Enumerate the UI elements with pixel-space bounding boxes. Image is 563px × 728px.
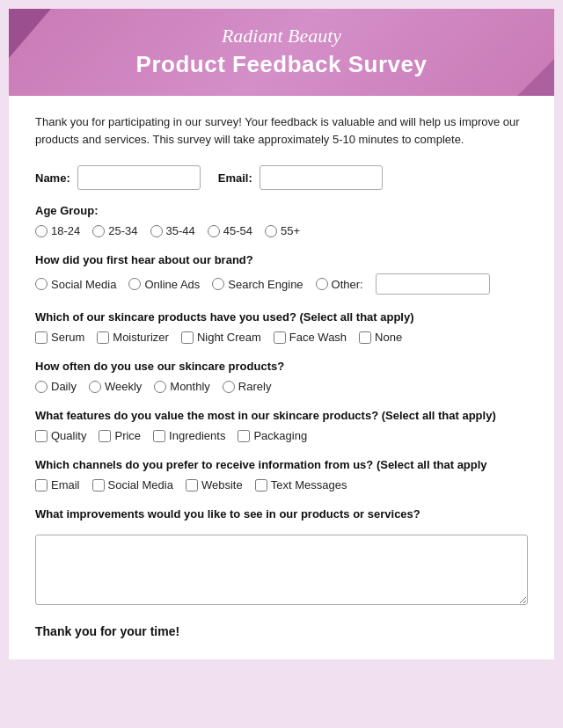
products-used-section: Which of our skincare products have you … bbox=[35, 310, 528, 344]
freq-weekly[interactable]: Weekly bbox=[89, 380, 142, 393]
channel-website-label: Website bbox=[201, 478, 243, 491]
product-moisturizer-label: Moisturizer bbox=[113, 331, 169, 344]
freq-monthly-label: Monthly bbox=[170, 380, 210, 393]
freq-monthly-radio[interactable] bbox=[154, 381, 166, 393]
age-55-plus-label: 55+ bbox=[281, 224, 300, 237]
age-45-54-label: 45-54 bbox=[223, 224, 252, 237]
discovery-online-ads[interactable]: Online Ads bbox=[128, 278, 200, 291]
valued-features-section: What features do you value the most in o… bbox=[35, 409, 528, 442]
product-serum-label: Serum bbox=[51, 331, 84, 344]
email-label: Email: bbox=[218, 171, 252, 185]
email-group: Email: bbox=[218, 165, 383, 190]
product-face-wash-label: Face Wash bbox=[289, 331, 347, 344]
discovery-other-input[interactable] bbox=[376, 273, 490, 295]
channel-social-media-label: Social Media bbox=[108, 478, 173, 491]
age-18-24-label: 18-24 bbox=[51, 224, 80, 237]
usage-frequency-options: Daily Weekly Monthly Rarely bbox=[35, 380, 528, 393]
product-night-cream[interactable]: Night Cream bbox=[181, 331, 261, 344]
channel-website[interactable]: Website bbox=[186, 478, 243, 491]
email-input[interactable] bbox=[260, 165, 383, 190]
feature-quality-checkbox[interactable] bbox=[35, 430, 48, 442]
improvements-textarea[interactable] bbox=[35, 535, 528, 605]
product-moisturizer-checkbox[interactable] bbox=[97, 331, 109, 344]
channel-website-checkbox[interactable] bbox=[186, 479, 198, 491]
discovery-social-media-radio[interactable] bbox=[35, 278, 48, 290]
discovery-social-media[interactable]: Social Media bbox=[35, 278, 116, 291]
intro-text: Thank you for participating in our surve… bbox=[35, 113, 528, 148]
product-none[interactable]: None bbox=[359, 331, 402, 344]
channel-social-media-checkbox[interactable] bbox=[92, 479, 105, 491]
feature-ingredients[interactable]: Ingredients bbox=[153, 429, 225, 442]
discovery-other[interactable]: Other: bbox=[316, 278, 363, 291]
valued-features-options: Quality Price Ingredients Packaging bbox=[35, 429, 528, 442]
form-body: Thank you for participating in our surve… bbox=[9, 96, 554, 659]
brand-discovery-section: How did you first hear about our brand? … bbox=[35, 253, 528, 295]
valued-features-title: What features do you value the most in o… bbox=[35, 409, 528, 422]
age-55-plus-radio[interactable] bbox=[265, 225, 277, 237]
product-night-cream-checkbox[interactable] bbox=[181, 331, 194, 344]
age-18-24-radio[interactable] bbox=[35, 225, 48, 237]
preferred-channels-options: Email Social Media Website Text Messages bbox=[35, 478, 528, 491]
channel-email[interactable]: Email bbox=[35, 478, 80, 491]
name-label: Name: bbox=[35, 171, 70, 185]
improvements-section: What improvements would you like to see … bbox=[35, 507, 528, 608]
feature-quality-label: Quality bbox=[51, 429, 86, 442]
brand-discovery-options: Social Media Online Ads Search Engine Ot… bbox=[35, 273, 528, 295]
usage-frequency-title: How often do you use our skincare produc… bbox=[35, 360, 528, 373]
channel-text-messages-checkbox[interactable] bbox=[255, 479, 267, 491]
product-face-wash-checkbox[interactable] bbox=[274, 331, 286, 344]
age-25-34[interactable]: 25-34 bbox=[92, 224, 137, 237]
freq-rarely[interactable]: Rarely bbox=[223, 380, 272, 393]
channel-social-media[interactable]: Social Media bbox=[92, 478, 173, 491]
brand-name: Radiant Beauty bbox=[26, 25, 537, 47]
channel-text-messages-label: Text Messages bbox=[271, 478, 347, 491]
name-input[interactable] bbox=[77, 165, 201, 190]
discovery-other-label: Other: bbox=[332, 278, 363, 291]
discovery-online-ads-radio[interactable] bbox=[128, 278, 141, 290]
survey-title: Product Feedback Survey bbox=[26, 51, 537, 78]
product-none-checkbox[interactable] bbox=[359, 331, 371, 344]
product-serum-checkbox[interactable] bbox=[35, 331, 48, 344]
discovery-search-engine[interactable]: Search Engine bbox=[212, 278, 303, 291]
brand-discovery-title: How did you first hear about our brand? bbox=[35, 253, 528, 266]
age-35-44-radio[interactable] bbox=[150, 225, 163, 237]
survey-page: Radiant Beauty Product Feedback Survey T… bbox=[9, 9, 554, 659]
feature-ingredients-label: Ingredients bbox=[169, 429, 225, 442]
freq-daily-radio[interactable] bbox=[35, 381, 48, 393]
channel-text-messages[interactable]: Text Messages bbox=[255, 478, 347, 491]
age-group-options: 18-24 25-34 35-44 45-54 55+ bbox=[35, 224, 528, 237]
freq-weekly-radio[interactable] bbox=[89, 381, 101, 393]
age-45-54-radio[interactable] bbox=[208, 225, 220, 237]
freq-monthly[interactable]: Monthly bbox=[154, 380, 210, 393]
age-55-plus[interactable]: 55+ bbox=[265, 224, 300, 237]
freq-rarely-label: Rarely bbox=[238, 380, 272, 393]
feature-quality[interactable]: Quality bbox=[35, 429, 86, 442]
feature-price[interactable]: Price bbox=[99, 429, 141, 442]
channel-email-label: Email bbox=[51, 478, 80, 491]
discovery-search-engine-radio[interactable] bbox=[212, 278, 224, 290]
product-moisturizer[interactable]: Moisturizer bbox=[97, 331, 169, 344]
discovery-search-engine-label: Search Engine bbox=[228, 278, 303, 291]
age-18-24[interactable]: 18-24 bbox=[35, 224, 80, 237]
name-email-row: Name: Email: bbox=[35, 165, 528, 190]
name-group: Name: bbox=[35, 165, 201, 190]
freq-rarely-radio[interactable] bbox=[223, 381, 235, 393]
age-group-section: Age Group: 18-24 25-34 35-44 45-54 bbox=[35, 204, 528, 237]
feature-packaging-checkbox[interactable] bbox=[238, 430, 250, 442]
improvements-title: What improvements would you like to see … bbox=[35, 507, 528, 521]
age-35-44[interactable]: 35-44 bbox=[150, 224, 195, 237]
channel-email-checkbox[interactable] bbox=[35, 479, 48, 491]
discovery-social-media-label: Social Media bbox=[51, 278, 116, 291]
product-night-cream-label: Night Cream bbox=[197, 331, 261, 344]
freq-daily[interactable]: Daily bbox=[35, 380, 77, 393]
products-used-options: Serum Moisturizer Night Cream Face Wash … bbox=[35, 331, 528, 344]
feature-packaging[interactable]: Packaging bbox=[238, 429, 307, 442]
product-face-wash[interactable]: Face Wash bbox=[274, 331, 347, 344]
discovery-other-radio[interactable] bbox=[316, 278, 328, 290]
age-45-54[interactable]: 45-54 bbox=[208, 224, 252, 237]
product-serum[interactable]: Serum bbox=[35, 331, 84, 344]
feature-price-checkbox[interactable] bbox=[99, 430, 111, 442]
product-none-label: None bbox=[375, 331, 402, 344]
feature-ingredients-checkbox[interactable] bbox=[153, 430, 165, 442]
age-25-34-radio[interactable] bbox=[92, 225, 105, 237]
